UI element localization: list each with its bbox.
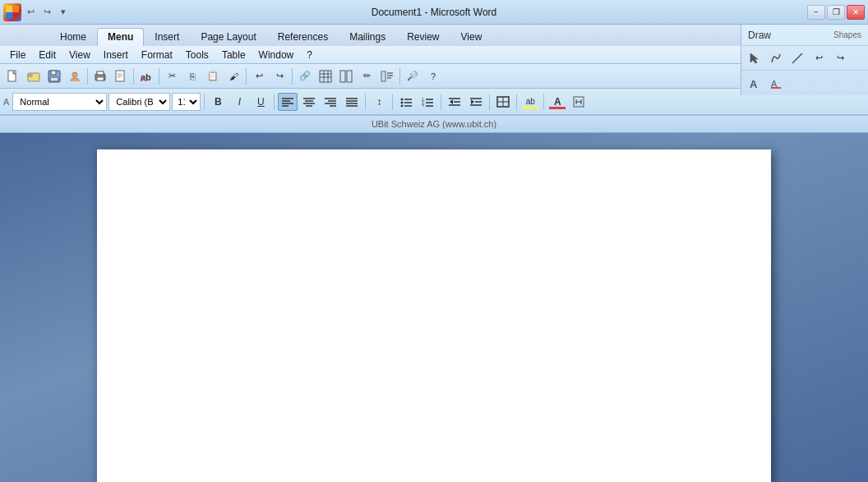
restore-button[interactable]: ❐: [827, 5, 845, 20]
highlight-btn[interactable]: ab: [520, 93, 540, 111]
tab-menu[interactable]: Menu: [97, 28, 144, 46]
tab-references[interactable]: References: [267, 28, 339, 46]
menu-table[interactable]: Table: [215, 48, 252, 62]
open-btn[interactable]: [24, 67, 44, 86]
font-color-btn[interactable]: A: [547, 93, 567, 111]
menu-view[interactable]: View: [62, 48, 97, 62]
bullets-btn[interactable]: [396, 93, 416, 111]
svg-rect-26: [381, 71, 386, 81]
tab-home[interactable]: Home: [49, 28, 97, 46]
style-select[interactable]: Normal: [12, 93, 107, 111]
format-painter-btn[interactable]: 🖌: [224, 67, 243, 86]
close-button[interactable]: ✕: [847, 5, 865, 20]
tab-page-layout[interactable]: Page Layout: [190, 28, 266, 46]
toolbar-sep-5: [292, 68, 293, 85]
bold-btn[interactable]: B: [208, 93, 228, 111]
svg-rect-77: [771, 87, 781, 89]
svg-point-46: [401, 98, 404, 100]
tab-mailings[interactable]: Mailings: [339, 28, 396, 46]
fmt-sep-4: [392, 94, 393, 110]
fmt-sep-7: [516, 94, 517, 110]
redo-btn[interactable]: ↪: [270, 67, 289, 86]
size-select[interactable]: 11: [172, 93, 201, 111]
svg-rect-19: [320, 71, 331, 82]
more-quick-btn[interactable]: ▾: [56, 5, 71, 20]
help-btn[interactable]: ?: [423, 67, 443, 86]
fmt-sep-8: [543, 94, 544, 110]
app-icon: [3, 3, 21, 21]
menu-help[interactable]: ?: [300, 48, 319, 62]
new-btn[interactable]: [3, 67, 23, 86]
tab-review[interactable]: Review: [396, 28, 450, 46]
format-toolbar: A Normal Calibri (Body 11 B I U ↕: [0, 89, 868, 115]
tab-insert[interactable]: Insert: [144, 28, 190, 46]
decrease-indent-btn[interactable]: [445, 93, 464, 111]
italic-btn[interactable]: I: [229, 93, 249, 111]
draw-undo-btn[interactable]: ↩: [809, 48, 829, 68]
fmt-sep-5: [441, 94, 441, 110]
svg-rect-25: [347, 71, 352, 82]
frames-btn[interactable]: ✏: [357, 67, 376, 86]
title-bar: ↩ ↪ ▾ Document1 - Microsoft Word − ❐ ✕: [0, 0, 868, 25]
fmt-sep-1: [204, 94, 205, 110]
svg-marker-58: [450, 99, 453, 104]
undo-btn[interactable]: ↩: [249, 67, 269, 86]
menu-window[interactable]: Window: [252, 48, 301, 62]
svg-marker-73: [750, 53, 758, 63]
underline-btn[interactable]: U: [251, 93, 270, 111]
justify-btn[interactable]: [342, 93, 362, 111]
svg-rect-24: [340, 71, 345, 82]
increase-indent-btn[interactable]: [466, 93, 486, 111]
draw-font-color-btn[interactable]: A: [766, 73, 786, 93]
svg-rect-12: [97, 71, 104, 75]
menu-file[interactable]: File: [3, 48, 32, 62]
align-center-btn[interactable]: [299, 93, 319, 111]
svg-rect-13: [97, 77, 104, 80]
menu-format[interactable]: Format: [135, 48, 179, 62]
draw-line-btn[interactable]: [787, 48, 807, 68]
shapes-panel-label: Shapes: [833, 30, 861, 39]
draw-freeform-btn[interactable]: [766, 48, 786, 68]
svg-rect-6: [28, 75, 32, 76]
hyperlink-btn[interactable]: 🔗: [295, 67, 315, 86]
align-left-btn[interactable]: [278, 93, 298, 111]
borders-btn[interactable]: [493, 93, 513, 111]
cut-btn[interactable]: ✂: [162, 67, 182, 86]
preview-btn[interactable]: [111, 67, 131, 86]
tab-view[interactable]: View: [450, 28, 493, 46]
character-spacing-btn[interactable]: [569, 93, 589, 111]
draw-row-1: ↩ ↪: [741, 46, 868, 71]
zoom-btn[interactable]: 🔎: [403, 67, 422, 86]
menu-edit[interactable]: Edit: [32, 48, 62, 62]
draw-text-btn[interactable]: A: [745, 73, 764, 93]
print-btn[interactable]: [90, 67, 110, 86]
minimize-button[interactable]: −: [807, 5, 825, 20]
draw-redo-btn[interactable]: ↪: [830, 48, 850, 68]
style-indicator: A: [3, 97, 9, 107]
svg-text:3.: 3.: [422, 103, 425, 107]
save-btn[interactable]: [44, 67, 64, 86]
paste-btn[interactable]: 📋: [203, 67, 223, 86]
menu-insert[interactable]: Insert: [97, 48, 135, 62]
copy-btn[interactable]: ⎘: [182, 67, 202, 86]
svg-point-10: [72, 72, 77, 77]
draw-select-btn[interactable]: [745, 48, 764, 68]
toolbar-sep-6: [399, 68, 400, 85]
docmap-btn[interactable]: [377, 67, 397, 86]
columns-btn[interactable]: [336, 67, 356, 86]
menu-tools[interactable]: Tools: [179, 48, 215, 62]
align-right-btn[interactable]: [321, 93, 340, 111]
document-page[interactable]: [97, 149, 771, 482]
spellcheck-btn[interactable]: ab: [136, 67, 156, 86]
undo-quick-btn[interactable]: ↩: [23, 5, 38, 20]
svg-rect-9: [50, 77, 58, 81]
menu-bar: File Edit View Insert Format Tools Table…: [0, 46, 868, 64]
numbering-btn[interactable]: 1.2.3.: [418, 93, 437, 111]
draw-panel: Draw Shapes ↩ ↪ A A: [741, 25, 868, 95]
redo-quick-btn[interactable]: ↪: [39, 5, 54, 20]
status-bar: UBit Schweiz AG (www.ubit.ch): [0, 115, 868, 133]
line-spacing-btn[interactable]: ↕: [369, 93, 389, 111]
permission-btn[interactable]: [65, 67, 85, 86]
table2-btn[interactable]: [316, 67, 335, 86]
font-select[interactable]: Calibri (Body: [108, 93, 170, 111]
